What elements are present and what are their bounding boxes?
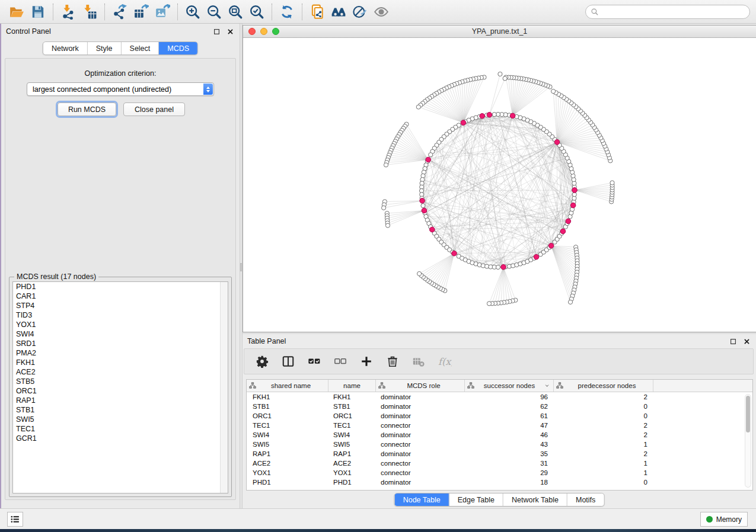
mcds-list-scrollbar[interactable] bbox=[220, 282, 228, 493]
network-node[interactable] bbox=[382, 206, 386, 210]
close-table-panel-icon[interactable] bbox=[742, 337, 751, 346]
mcds-result-item[interactable]: SRD1 bbox=[13, 339, 228, 348]
mcds-hub-node[interactable] bbox=[560, 229, 566, 234]
zoom-selected-button[interactable] bbox=[246, 2, 267, 21]
delete-table-button[interactable] bbox=[412, 354, 426, 368]
zoom-out-button[interactable] bbox=[203, 2, 225, 21]
close-panel-icon[interactable] bbox=[226, 27, 235, 36]
open-folder-button[interactable] bbox=[6, 2, 27, 21]
task-list-button[interactable] bbox=[7, 512, 23, 527]
mcds-hub-node[interactable] bbox=[548, 243, 554, 249]
table-row[interactable]: TEC1TEC1connector472 bbox=[247, 421, 752, 430]
network-graph[interactable] bbox=[243, 38, 755, 332]
mcds-result-item[interactable]: CAR1 bbox=[13, 291, 228, 301]
network-window-titlebar[interactable]: YPA_prune.txt_1 bbox=[243, 25, 756, 38]
refresh-button[interactable] bbox=[276, 2, 298, 21]
network-node[interactable] bbox=[492, 113, 496, 117]
column-header-successor-nodes[interactable]: successor nodes bbox=[465, 380, 554, 392]
import-table-button[interactable] bbox=[79, 2, 100, 21]
table-row[interactable]: SWI5SWI5connector431 bbox=[247, 440, 752, 449]
mcds-hub-node[interactable] bbox=[570, 203, 576, 208]
mcds-hub-node[interactable] bbox=[534, 254, 539, 259]
mcds-result-item[interactable]: STP4 bbox=[13, 301, 228, 310]
network-node[interactable] bbox=[417, 271, 422, 275]
network-node[interactable] bbox=[568, 300, 572, 304]
close-panel-button[interactable]: Close panel bbox=[123, 102, 185, 116]
mcds-result-item[interactable]: STB5 bbox=[13, 377, 228, 386]
mcds-hub-node[interactable] bbox=[452, 251, 457, 256]
tab-select[interactable]: Select bbox=[122, 42, 160, 55]
float-table-panel-icon[interactable] bbox=[729, 337, 738, 346]
vision-filter-button[interactable] bbox=[349, 2, 371, 21]
mcds-hub-node[interactable] bbox=[501, 264, 506, 270]
select-all-button[interactable] bbox=[307, 354, 321, 368]
tab-motifs[interactable]: Motifs bbox=[567, 493, 604, 506]
mcds-hub-node[interactable] bbox=[572, 188, 578, 193]
tab-node-table[interactable]: Node Table bbox=[395, 493, 449, 506]
maximize-window-icon[interactable] bbox=[272, 28, 279, 35]
mcds-hub-node[interactable] bbox=[430, 227, 435, 232]
mcds-hub-node[interactable] bbox=[566, 219, 571, 224]
run-mcds-button[interactable]: Run MCDS bbox=[58, 102, 116, 116]
network-node[interactable] bbox=[384, 163, 388, 167]
network-node[interactable] bbox=[416, 105, 420, 109]
minimize-window-icon[interactable] bbox=[260, 28, 267, 35]
mcds-result-item[interactable]: YOX1 bbox=[13, 320, 228, 329]
mcds-hub-node[interactable] bbox=[461, 120, 466, 126]
zoom-in-button[interactable] bbox=[182, 2, 203, 21]
mcds-result-item[interactable]: RAP1 bbox=[13, 396, 228, 405]
table-row[interactable]: STB1STB1dominator620 bbox=[247, 402, 752, 411]
search-field[interactable] bbox=[585, 5, 750, 19]
table-row[interactable]: YOX1YOX1connector291 bbox=[247, 468, 752, 477]
network-node[interactable] bbox=[572, 193, 576, 197]
search-input[interactable] bbox=[599, 8, 745, 16]
delete-row-button[interactable] bbox=[385, 354, 400, 368]
import-network-button[interactable] bbox=[58, 2, 79, 21]
table-row[interactable]: SWI4SWI4dominator462 bbox=[247, 430, 752, 440]
mcds-result-list[interactable]: PHD1CAR1STP4TID3YOX1SWI4SRD1PMA2FKH1ACE2… bbox=[12, 281, 228, 493]
columns-button[interactable] bbox=[281, 354, 295, 368]
table-row[interactable]: PHD1PHD1dominator180 bbox=[247, 477, 752, 487]
table-row[interactable]: RAP1RAP1dominator352 bbox=[247, 449, 752, 459]
network-node[interactable] bbox=[385, 223, 390, 227]
mcds-hub-node[interactable] bbox=[422, 208, 427, 213]
column-header-shared-name[interactable]: shared name bbox=[247, 380, 328, 392]
mcds-result-item[interactable]: PHD1 bbox=[13, 282, 228, 291]
network-node[interactable] bbox=[610, 181, 614, 185]
mcds-result-item[interactable]: TID3 bbox=[13, 310, 228, 320]
network-canvas[interactable] bbox=[243, 38, 756, 332]
mcds-result-item[interactable]: ORC1 bbox=[13, 386, 228, 396]
clipboard-share-button[interactable] bbox=[307, 2, 328, 21]
network-node[interactable] bbox=[496, 265, 500, 269]
mcds-hub-node[interactable] bbox=[510, 113, 515, 118]
mcds-result-item[interactable]: FKH1 bbox=[13, 358, 228, 367]
zoom-fit-button[interactable] bbox=[225, 2, 246, 21]
function-button[interactable]: f(x) bbox=[438, 354, 452, 368]
splitter-grip[interactable] bbox=[240, 263, 242, 271]
table-scrollbar-thumb[interactable] bbox=[746, 396, 750, 432]
close-window-icon[interactable] bbox=[248, 28, 256, 35]
export-network-button[interactable] bbox=[109, 2, 130, 21]
mcds-result-item[interactable]: STB1 bbox=[13, 405, 228, 415]
export-table-button[interactable] bbox=[130, 2, 152, 21]
memory-button[interactable]: Memory bbox=[700, 512, 748, 527]
float-panel-icon[interactable] bbox=[212, 27, 221, 36]
network-node[interactable] bbox=[487, 302, 491, 306]
mcds-result-item[interactable]: SWI4 bbox=[13, 329, 228, 339]
mcds-result-item[interactable]: ACE2 bbox=[13, 367, 228, 377]
table-row[interactable]: ORC1ORC1dominator610 bbox=[247, 411, 752, 421]
network-node[interactable] bbox=[551, 89, 556, 94]
tab-style[interactable]: Style bbox=[88, 42, 122, 55]
table-scrollbar[interactable] bbox=[745, 394, 751, 488]
save-button[interactable] bbox=[27, 2, 49, 21]
mcds-result-item[interactable]: PMA2 bbox=[13, 348, 228, 358]
column-header-MCDS-role[interactable]: MCDS role bbox=[376, 380, 465, 392]
tab-mcds[interactable]: MCDS bbox=[159, 42, 197, 55]
gear-button[interactable] bbox=[255, 354, 269, 368]
mcds-hub-node[interactable] bbox=[554, 140, 560, 145]
mcds-hub-node[interactable] bbox=[426, 157, 431, 162]
deselect-all-button[interactable] bbox=[333, 354, 347, 368]
tab-edge-table[interactable]: Edge Table bbox=[449, 493, 503, 506]
tab-network[interactable]: Network bbox=[43, 42, 88, 55]
network-node[interactable] bbox=[498, 72, 502, 76]
